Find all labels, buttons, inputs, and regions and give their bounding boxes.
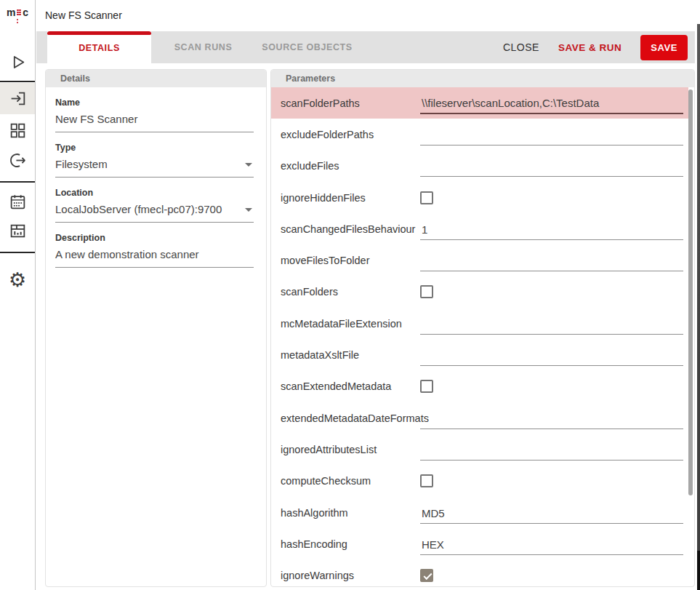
type-field: Type Filesystem	[55, 132, 254, 178]
parameter-name: scanFolders	[281, 286, 420, 298]
play-icon	[9, 53, 27, 71]
parameter-row: metadataXsltFile	[271, 339, 688, 370]
parameter-name: computeChecksum	[281, 475, 420, 487]
parameter-name: metadataXsltFile	[281, 349, 420, 361]
parameter-input[interactable]: MD5	[420, 507, 683, 524]
sidebar: m c	[0, 0, 36, 590]
type-select[interactable]: Filesystem	[55, 154, 254, 178]
parameter-input[interactable]: 1	[420, 223, 683, 240]
app-logo: m c	[0, 7, 35, 23]
parameters-panel-header: Parameters	[271, 70, 694, 87]
parameter-checkbox[interactable]	[420, 380, 433, 393]
description-label: Description	[55, 232, 254, 244]
parameter-row: moveFilesToFolder	[271, 244, 688, 276]
parameter-row: ignoreWarnings	[271, 559, 688, 587]
parameter-control	[420, 155, 683, 177]
chevron-down-icon	[245, 208, 252, 212]
sidebar-item-dashboard[interactable]	[0, 115, 35, 146]
parameters-rows: scanFolderPaths \\fileserver\scanLocatio…	[271, 87, 688, 587]
logo-letter-c: c	[23, 7, 28, 17]
parameter-input[interactable]: \\fileserver\scanLocation,C:\TestData	[420, 97, 683, 114]
sidebar-item-schedule[interactable]	[0, 186, 35, 218]
tab-scan-runs[interactable]: SCAN RUNS	[151, 31, 255, 63]
parameter-name: excludeFiles	[281, 160, 420, 172]
logout-circle-icon	[9, 151, 27, 170]
name-label: Name	[55, 97, 254, 108]
sidebar-divider	[0, 81, 35, 82]
action-buttons: CLOSE SAVE & RUN SAVE	[503, 31, 688, 63]
close-button[interactable]: CLOSE	[503, 41, 539, 53]
dashboard-grid-icon	[9, 121, 27, 140]
parameter-input[interactable]	[420, 255, 683, 271]
parameter-row: computeChecksum	[271, 466, 688, 497]
parameter-name: scanExtendedMetadata	[281, 380, 420, 392]
parameter-input[interactable]	[420, 412, 683, 429]
parameter-input[interactable]	[420, 160, 683, 177]
window-edge-scrollbar[interactable]	[697, 24, 700, 590]
parameter-checkbox[interactable]	[420, 569, 433, 582]
save-button[interactable]: SAVE	[640, 35, 688, 60]
parameter-row: excludeFiles	[271, 151, 688, 182]
sidebar-item-export[interactable]	[0, 145, 35, 176]
parameter-control	[420, 380, 683, 393]
parameter-input[interactable]	[420, 444, 683, 461]
sidebar-divider	[0, 252, 35, 253]
sidebar-item-run[interactable]	[0, 47, 35, 78]
title-bar: New FS Scanner	[36, 0, 700, 31]
report-icon	[9, 222, 27, 240]
parameter-row: mcMetadataFileExtension	[271, 308, 688, 339]
parameter-name: hashEncoding	[281, 538, 420, 550]
parameter-checkbox[interactable]	[420, 285, 433, 298]
active-tab-indicator	[47, 31, 151, 35]
parameter-row: ignoreHiddenFiles	[271, 182, 688, 213]
parameter-input[interactable]	[420, 318, 683, 335]
description-field: Description A new demonstration scanner	[55, 223, 254, 268]
name-field: Name New FS Scanner	[55, 87, 254, 132]
parameter-input[interactable]	[420, 129, 683, 145]
parameters-panel: Parameters scanFolderPaths \\fileserver\…	[270, 69, 695, 587]
parameter-control	[420, 313, 683, 335]
parameter-control	[420, 285, 683, 298]
parameter-control	[420, 569, 683, 582]
type-label: Type	[55, 142, 254, 154]
parameter-name: ignoredAttributesList	[281, 444, 420, 455]
parameter-row: scanFolders	[271, 276, 688, 308]
settings-gear-icon: ⚙	[9, 270, 26, 290]
location-field: Location LocalJobServer (fmecl-pc07):970…	[55, 178, 254, 223]
parameter-control	[420, 344, 683, 366]
location-select[interactable]: LocalJobServer (fmecl-pc07):9700	[55, 199, 254, 223]
tab-details[interactable]: DETAILS	[47, 31, 151, 64]
logo-letter-m: m	[7, 7, 15, 17]
parameter-name: ignoreHiddenFiles	[281, 192, 420, 204]
sidebar-item-scanners[interactable]	[0, 83, 35, 114]
details-panel: Details Name New FS Scanner Type Filesys…	[45, 69, 267, 587]
scrollbar-thumb[interactable]	[688, 89, 693, 495]
location-label: Location	[55, 187, 254, 199]
sidebar-item-reports[interactable]	[0, 215, 35, 247]
tab-bar: DETAILS SCAN RUNS SOURCE OBJECTS CLOSE S…	[36, 31, 695, 63]
parameter-input[interactable]	[420, 349, 683, 366]
parameter-input[interactable]: HEX	[420, 538, 683, 555]
parameter-control: MD5	[420, 502, 683, 524]
parameter-row: extendedMetadataDateFormats	[271, 402, 688, 434]
parameter-control	[420, 474, 683, 487]
parameter-row: scanChangedFilesBehaviour 1	[271, 213, 688, 244]
sidebar-item-settings[interactable]: ⚙	[0, 264, 35, 295]
save-and-run-button[interactable]: SAVE & RUN	[558, 42, 621, 53]
parameter-name: ignoreWarnings	[281, 570, 420, 581]
tab-source-objects[interactable]: SOURCE OBJECTS	[255, 31, 359, 63]
chevron-down-icon	[245, 163, 252, 167]
parameter-control	[420, 124, 683, 145]
name-input[interactable]: New FS Scanner	[55, 108, 254, 132]
details-panel-header: Details	[46, 70, 266, 87]
parameter-name: scanFolderPaths	[281, 97, 420, 109]
parameter-control	[420, 407, 683, 429]
description-input[interactable]: A new demonstration scanner	[55, 244, 254, 268]
parameter-checkbox[interactable]	[420, 474, 433, 487]
parameter-control: 1	[420, 218, 683, 240]
parameter-name: hashAlgorithm	[281, 507, 420, 519]
parameter-checkbox[interactable]	[420, 191, 433, 204]
calendar-icon	[9, 193, 27, 211]
parameter-control	[420, 439, 683, 461]
parameter-row: excludeFolderPaths	[271, 119, 688, 150]
